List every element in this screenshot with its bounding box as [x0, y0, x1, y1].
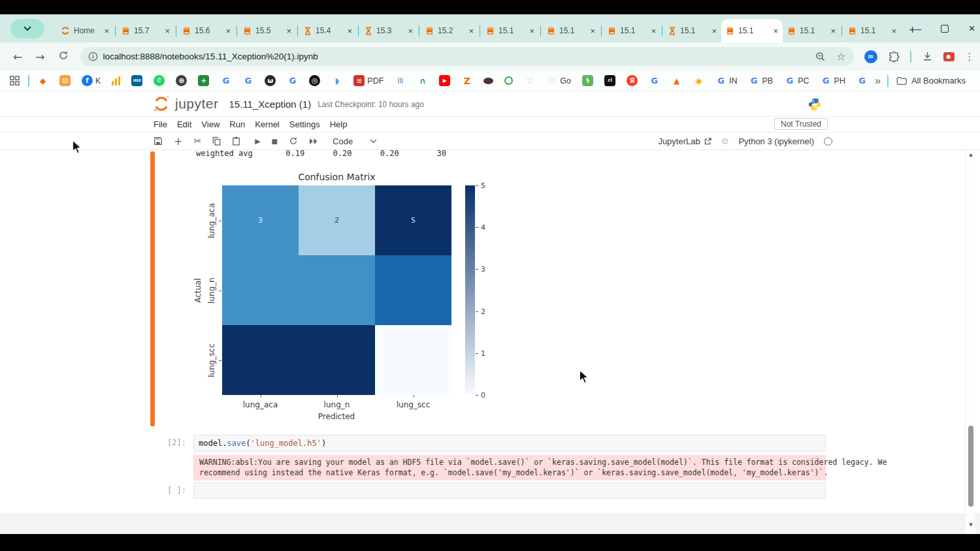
- bookmark-google-np[interactable]: GNP: [857, 75, 868, 86]
- bookmark-green-ring[interactable]: [504, 76, 513, 85]
- browser-tab[interactable]: 15.5×: [238, 19, 296, 42]
- bookmark-google-ph[interactable]: GPH: [821, 75, 845, 86]
- downloads-icon[interactable]: [922, 51, 933, 62]
- bookmark-google-pc[interactable]: GPC: [784, 75, 809, 86]
- reload-button[interactable]: [58, 50, 69, 63]
- browser-tab[interactable]: Home×: [56, 19, 114, 42]
- bookmark-star-icon[interactable]: ☆: [836, 50, 845, 63]
- bookmark-rugby[interactable]: [483, 78, 493, 84]
- save-button[interactable]: [154, 136, 163, 146]
- run-cell-button[interactable]: ▶: [255, 137, 260, 146]
- bookmark-kite[interactable]: ◆: [37, 75, 48, 86]
- bookmark-android[interactable]: ∩: [417, 75, 428, 86]
- bookmark-lightning[interactable]: ϟ: [582, 75, 593, 86]
- bookmark-google[interactable]: G: [649, 75, 660, 86]
- bookmark-clever[interactable]: cl: [604, 75, 615, 86]
- tab-close-icon[interactable]: ×: [773, 26, 778, 36]
- bookmark-google[interactable]: G: [287, 75, 298, 86]
- bookmark-pdf[interactable]: ≡PDF: [353, 75, 384, 86]
- menu-item-kernel[interactable]: Kernel: [255, 119, 280, 129]
- browser-tab[interactable]: 15.1×: [603, 19, 661, 42]
- jupyter-wordmark[interactable]: jupyter: [175, 96, 219, 112]
- bookmark-hearts-go[interactable]: ♡Go: [546, 75, 571, 86]
- interrupt-kernel-button[interactable]: ■: [272, 138, 278, 145]
- forward-button[interactable]: →: [35, 50, 44, 63]
- restart-run-all-button[interactable]: [309, 138, 318, 145]
- tab-close-icon[interactable]: ×: [408, 26, 413, 36]
- new-tab-button[interactable]: +: [909, 23, 916, 37]
- tab-close-icon[interactable]: ×: [529, 26, 534, 36]
- browser-tab[interactable]: 15.2×: [421, 19, 478, 42]
- tab-close-icon[interactable]: ×: [286, 26, 291, 36]
- bookmark-google-pb[interactable]: GPB: [749, 75, 774, 86]
- browser-tab[interactable]: 15.1×: [482, 19, 539, 42]
- menu-item-file[interactable]: File: [154, 119, 167, 129]
- browser-tab[interactable]: 15.1×: [843, 19, 901, 42]
- cut-cell-button[interactable]: ✂: [193, 136, 201, 146]
- menu-item-help[interactable]: Help: [330, 119, 348, 129]
- bookmark-eye[interactable]: ◉: [693, 75, 704, 86]
- extensions-puzzle-icon[interactable]: [888, 51, 900, 63]
- notebook-title[interactable]: 15.11_Xception (1): [229, 99, 312, 110]
- video-downloader-extension-icon[interactable]: ●: [943, 52, 955, 61]
- code-cell-input[interactable]: model.save('lung_model.h5'): [193, 435, 826, 452]
- browser-tab[interactable]: 15.1×: [542, 19, 600, 42]
- bookmark-film[interactable]: |||: [395, 75, 406, 86]
- menu-item-run[interactable]: Run: [229, 119, 245, 129]
- jupyterlab-link[interactable]: JupyterLab: [658, 136, 711, 146]
- paste-cell-button[interactable]: [232, 136, 240, 146]
- apps-grid-icon[interactable]: [9, 75, 20, 86]
- browser-tab[interactable]: 15.1×: [664, 19, 721, 42]
- bookmark-ieee[interactable]: IEEE: [131, 75, 142, 86]
- tab-close-icon[interactable]: ×: [891, 26, 896, 36]
- empty-cell-input[interactable]: [193, 482, 826, 499]
- add-cell-button[interactable]: +: [174, 135, 182, 148]
- address-bar[interactable]: localhost:8888/notebooks/15.11_Xception%…: [80, 47, 854, 66]
- bookmark-youtube[interactable]: ▶: [439, 75, 450, 86]
- restart-kernel-button[interactable]: [289, 136, 298, 146]
- tab-close-icon[interactable]: ×: [165, 26, 170, 36]
- tab-close-icon[interactable]: ×: [468, 26, 474, 36]
- bookmark-sheets[interactable]: +: [198, 75, 209, 86]
- bookmark-dark-ring[interactable]: ◎: [309, 75, 320, 86]
- tab-close-icon[interactable]: ×: [651, 26, 656, 36]
- tab-close-icon[interactable]: ×: [225, 26, 231, 36]
- scroll-down-icon[interactable]: ▼: [966, 522, 976, 527]
- bookmark-hearts[interactable]: ♡: [524, 75, 535, 86]
- browser-tab[interactable]: 15.6×: [178, 19, 235, 42]
- browser-menu-icon[interactable]: ⋮: [965, 51, 975, 63]
- bookmark-matlab[interactable]: ▲: [671, 75, 682, 86]
- maximize-button[interactable]: [941, 25, 949, 33]
- menu-item-settings[interactable]: Settings: [289, 119, 320, 129]
- minimize-button[interactable]: –: [916, 23, 921, 34]
- url-text[interactable]: localhost:8888/notebooks/15.11_Xception%…: [103, 52, 816, 61]
- tab-close-icon[interactable]: ×: [711, 26, 717, 36]
- bookmarks-overflow-chevron[interactable]: »: [875, 75, 881, 87]
- all-bookmarks-button[interactable]: All Bookmarks: [896, 76, 980, 86]
- bookmark-facebook[interactable]: fK: [82, 75, 101, 86]
- bookmark-globe[interactable]: ⊕: [176, 75, 187, 86]
- bookmark-zlibrary[interactable]: Z: [461, 75, 472, 86]
- browser-tab[interactable]: 15.1×: [783, 19, 840, 42]
- close-window-button[interactable]: ×: [968, 22, 975, 35]
- tab-close-icon[interactable]: ×: [830, 26, 836, 36]
- browser-tab-active[interactable]: 15.1×: [721, 19, 783, 42]
- kernel-name[interactable]: Python 3 (ipykernel): [738, 136, 814, 146]
- tab-close-icon[interactable]: ×: [347, 26, 352, 36]
- bookmark-github[interactable]: ω: [265, 75, 276, 86]
- menu-item-edit[interactable]: Edit: [177, 119, 191, 129]
- bookmark-google[interactable]: G: [220, 75, 231, 86]
- bookmark-google-in[interactable]: GIN: [715, 75, 738, 86]
- bookmark-yandex[interactable]: Я: [627, 75, 638, 86]
- scrollbar-thumb[interactable]: [968, 426, 973, 507]
- bookmark-orange-app[interactable]: ⊡: [59, 75, 71, 86]
- tab-search-button[interactable]: [10, 19, 44, 39]
- browser-tab[interactable]: 15.4×: [299, 19, 357, 42]
- colab-extension-icon[interactable]: ∞: [864, 50, 877, 63]
- bookmark-whatsapp[interactable]: ✆: [154, 75, 165, 86]
- copy-cell-button[interactable]: [212, 136, 221, 146]
- browser-tab[interactable]: 15.7×: [117, 19, 174, 42]
- scrollbar[interactable]: ▲ ▼: [965, 150, 975, 534]
- menu-item-view[interactable]: View: [201, 119, 220, 129]
- back-button[interactable]: ←: [13, 50, 22, 63]
